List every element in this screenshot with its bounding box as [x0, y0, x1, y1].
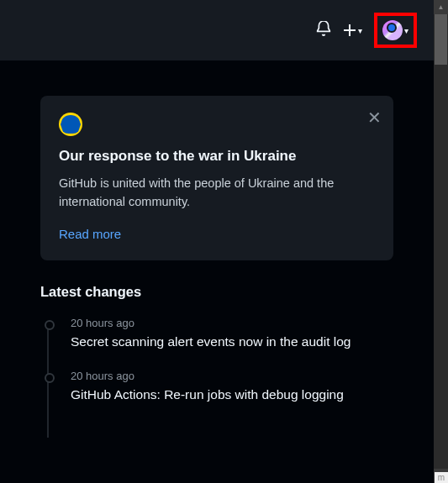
read-more-link[interactable]: Read more — [59, 227, 121, 241]
latest-changes-section: Latest changes 20 hours ago Secret scann… — [40, 284, 393, 405]
change-timestamp: 20 hours ago — [71, 317, 393, 329]
changes-timeline: 20 hours ago Secret scanning alert event… — [40, 317, 393, 405]
cutoff-overlay-text: m — [435, 472, 448, 483]
section-heading: Latest changes — [40, 284, 393, 300]
change-entry[interactable]: 20 hours ago GitHub Actions: Re-run jobs… — [47, 370, 393, 404]
scroll-up-button[interactable]: ▲ — [434, 0, 448, 14]
notifications-bell-icon[interactable] — [316, 21, 331, 39]
main-content: ✕ Our response to the war in Ukraine Git… — [0, 60, 434, 404]
change-timestamp: 20 hours ago — [71, 370, 393, 382]
user-menu-highlighted[interactable]: ▾ — [374, 13, 417, 48]
page-content: ▾ ▾ ✕ Our response to the war in Ukraine… — [0, 0, 434, 483]
banner-title: Our response to the war in Ukraine — [59, 148, 375, 165]
change-entry[interactable]: 20 hours ago Secret scanning alert event… — [47, 317, 393, 351]
vertical-scrollbar[interactable]: ▲ ▼ — [434, 0, 448, 483]
close-icon[interactable]: ✕ — [367, 108, 382, 128]
create-new-menu[interactable]: ▾ — [343, 24, 362, 37]
top-nav: ▾ ▾ — [0, 0, 434, 60]
plus-icon — [343, 24, 356, 37]
scrollbar-thumb[interactable] — [435, 14, 447, 65]
caret-down-icon: ▾ — [404, 26, 408, 35]
announcement-banner: ✕ Our response to the war in Ukraine Git… — [40, 96, 393, 260]
banner-body-text: GitHub is united with the people of Ukra… — [59, 175, 375, 212]
status-indicator-icon — [387, 23, 397, 33]
change-title: GitHub Actions: Re-run jobs with debug l… — [71, 386, 393, 404]
change-title: Secret scanning alert events now in the … — [71, 333, 393, 351]
github-ukraine-logo-icon — [59, 113, 82, 136]
caret-down-icon: ▾ — [358, 26, 362, 35]
